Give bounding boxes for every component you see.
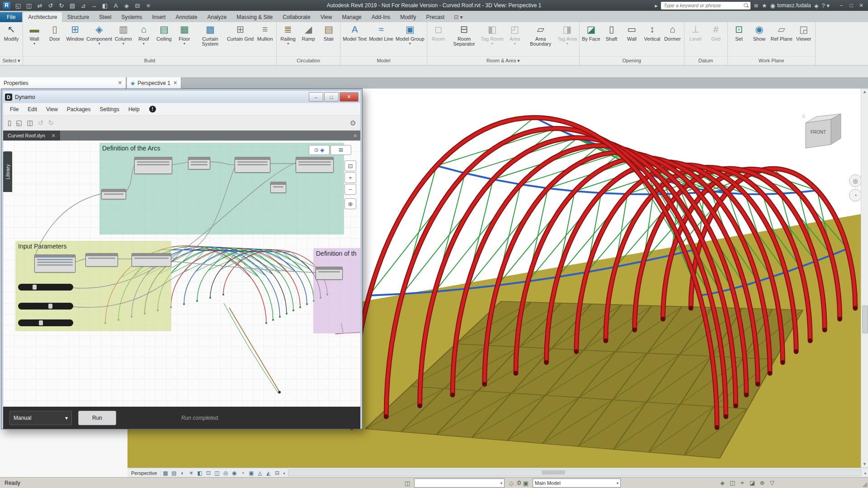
dynamo-node[interactable] (316, 267, 343, 280)
tool-shaft[interactable]: ▯Shaft (602, 23, 622, 56)
navigation-bar-icon[interactable]: ◔ (849, 189, 862, 202)
drag-on-selection-icon[interactable]: ⊕ (757, 479, 767, 487)
tool-floor[interactable]: ▦Floor▾ (175, 23, 194, 56)
horizontal-scroll-thumb[interactable] (542, 470, 565, 474)
undo-icon[interactable]: ↺ (38, 119, 44, 127)
help-search[interactable] (661, 2, 750, 9)
dynamo-node[interactable] (85, 253, 118, 267)
select-by-face-icon[interactable]: ◪ (747, 479, 757, 487)
print-icon[interactable]: ▤ (68, 1, 77, 9)
dynamo-menu-help[interactable]: Help (124, 104, 144, 114)
sync-icon[interactable]: ⇄ (35, 1, 44, 9)
thin-lines-icon[interactable]: ≡ (144, 1, 153, 9)
minimize-button[interactable]: – (836, 1, 846, 9)
number-slider[interactable] (18, 319, 73, 326)
dynamo-node[interactable] (235, 157, 270, 173)
redo-icon[interactable]: ↻ (48, 119, 54, 127)
ribbon-tab-modify[interactable]: Modify (395, 12, 421, 22)
active-workset-select[interactable]: ▾ (414, 479, 505, 488)
tool-column[interactable]: ▥Column▾ (113, 23, 133, 56)
worksharing-display-icon[interactable]: ▣ (247, 470, 255, 476)
tool-curtain-grid[interactable]: ⊞Curtain Grid (226, 23, 255, 56)
favorites-icon[interactable]: ★ (762, 2, 767, 9)
number-slider[interactable] (18, 303, 73, 310)
tool-set[interactable]: ⊡Set (729, 23, 749, 56)
dynamo-maximize-button[interactable]: □ (324, 92, 339, 102)
dynamo-menu-settings[interactable]: Settings (96, 104, 123, 114)
workspace-menu-icon[interactable]: ≡ (354, 133, 360, 138)
dynamo-menu-file[interactable]: File (6, 104, 23, 114)
close-properties-icon[interactable]: ✕ (118, 80, 122, 86)
worksets-icon[interactable]: ◫ (402, 480, 412, 487)
tool-vertical[interactable]: ↕Vertical (642, 23, 662, 56)
revit-app-icon[interactable]: R (3, 2, 10, 9)
code-block-node[interactable] (270, 182, 286, 193)
dynamo-file-tab[interactable]: Curved Roof.dyn ✕ (3, 131, 60, 141)
dynamo-node[interactable] (296, 157, 334, 173)
shadows-icon[interactable]: ◧ (195, 470, 204, 476)
sun-path-icon[interactable]: ☀ (187, 470, 195, 476)
ribbon-tab-manage[interactable]: Manage (337, 12, 366, 22)
exchange-apps-icon[interactable]: ◈ (814, 2, 819, 9)
dynamo-title-bar[interactable]: D Dynamo – □ ✕ (3, 91, 360, 103)
close-view-icon[interactable]: ✕ (173, 80, 177, 86)
ribbon-tab-structure[interactable]: Structure (62, 12, 94, 22)
view-cube[interactable]: FRONT ⌂ (801, 110, 851, 155)
zoom-fit-button[interactable]: ⊡ (344, 160, 356, 171)
viewport-size-icon[interactable]: ▦ (161, 470, 170, 476)
text-icon[interactable]: A (111, 1, 120, 9)
analytical-model-icon[interactable]: ◭ (264, 470, 273, 476)
tag-icon[interactable]: ◧ (100, 1, 109, 9)
ribbon-tab-annotate[interactable]: Annotate (170, 12, 202, 22)
scroll-up-icon[interactable]: ▲ (861, 89, 868, 95)
tool-window[interactable]: ⊞Window (65, 23, 85, 56)
open-file-icon[interactable]: ◱ (16, 119, 22, 127)
ribbon-tab-steel[interactable]: Steel (94, 12, 116, 22)
panel-label[interactable]: Room & Area ▾ (427, 56, 580, 65)
resize-grip-icon[interactable]: ◢ (862, 480, 867, 488)
tool-mullion[interactable]: ≡Mullion (255, 23, 275, 56)
maximize-button[interactable]: □ (846, 1, 856, 9)
save-icon[interactable]: ◫ (24, 1, 33, 9)
zoom-in-button[interactable]: + (344, 172, 356, 183)
dynamo-close-button[interactable]: ✕ (340, 92, 359, 102)
code-block-node[interactable] (188, 157, 210, 169)
ribbon-tab-architecture[interactable]: Architecture (23, 12, 62, 22)
tool-ramp[interactable]: ◢Ramp (298, 23, 318, 56)
run-mode-select[interactable]: Manual▾ (9, 411, 72, 425)
tool-railing[interactable]: ≣Railing▾ (278, 23, 298, 56)
library-panel-tab[interactable]: Library (3, 151, 12, 192)
account-menu[interactable]: ◉ tomasz.fudala (770, 2, 811, 9)
view-tab-perspective[interactable]: ◈ Perspective 1 ✕ (127, 77, 181, 89)
tool-component[interactable]: ◈Component▾ (85, 23, 113, 56)
node-group-right[interactable]: Definition of th (313, 248, 360, 333)
tool-model-group[interactable]: ▣Model Group▾ (395, 23, 425, 56)
select-elements-node[interactable] (34, 254, 75, 272)
search-expand-icon[interactable]: ▸ (655, 2, 658, 9)
properties-palette-tab[interactable]: Properties ✕ (0, 77, 126, 89)
tool-model-line[interactable]: ≈Model Line (368, 23, 394, 56)
tool-area-boundary[interactable]: ▱Area Boundary (525, 23, 556, 56)
ribbon-tab-precast[interactable]: Precast (421, 12, 450, 22)
visual-style-icon[interactable]: ◐ (178, 470, 187, 476)
code-block-node[interactable] (101, 189, 126, 199)
ribbon-tab-collaborate[interactable]: Collaborate (278, 12, 315, 22)
design-option-select[interactable]: Main Model▾ (533, 479, 621, 488)
vertical-scrollbar[interactable]: ▲ ▼ (861, 89, 868, 468)
temporary-hide-icon[interactable]: ◉ (230, 470, 238, 476)
show-crop-icon[interactable]: ◫ (212, 470, 221, 476)
help-menu-icon[interactable]: ? ▾ (822, 2, 830, 9)
ribbon-tab-massing-site[interactable]: Massing & Site (231, 12, 278, 22)
ribbon-display-toggle-icon[interactable]: ⊡ ▾ (454, 14, 462, 22)
measure-icon[interactable]: ⊿ (79, 1, 88, 9)
panel-label-select[interactable]: Select ▾ (0, 56, 23, 65)
scroll-right-icon[interactable]: ▸ (863, 471, 868, 475)
dynamo-menu-view[interactable]: View (42, 104, 62, 114)
section-icon[interactable]: ⊟ (133, 1, 142, 9)
constraints-icon[interactable]: ⊟ (273, 470, 281, 476)
editable-only-icon[interactable]: ◇ (506, 480, 516, 487)
geometry-view-toggle[interactable]: ⊙◈ (309, 145, 330, 155)
lock-view-icon[interactable]: ◎ (221, 470, 230, 476)
notifications-icon[interactable]: ! (149, 106, 156, 113)
temporary-view-icon[interactable]: ◬ (255, 470, 264, 476)
